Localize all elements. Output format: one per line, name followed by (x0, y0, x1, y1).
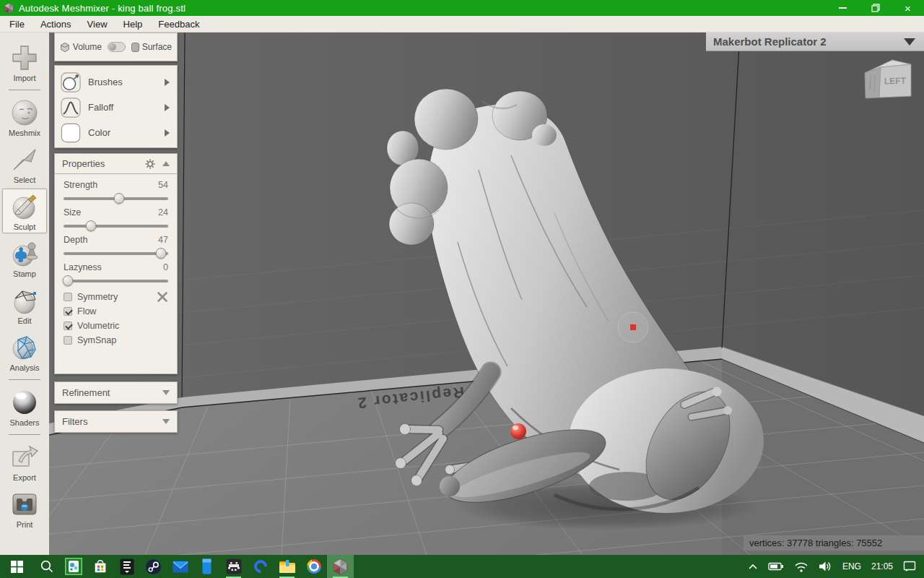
restore-button[interactable] (859, 0, 892, 16)
flow-checkbox-row[interactable]: Flow (64, 304, 168, 319)
main-toolbar: Import Meshmix Select (0, 33, 49, 555)
toolbar-print[interactable]: Print (2, 486, 47, 531)
toolbar-shaders[interactable]: Shaders (2, 384, 47, 429)
strength-slider[interactable] (64, 197, 168, 200)
toolbar-select[interactable]: Select (2, 142, 47, 186)
printer-name: Makerbot Replicator 2 (706, 35, 904, 48)
start-button[interactable] (0, 555, 33, 578)
close-button[interactable]: × (892, 0, 924, 16)
volumetric-checkbox[interactable] (64, 322, 72, 330)
taskbar-microsoft-store[interactable] (87, 555, 113, 578)
print-3d-icon (9, 489, 40, 519)
tray-language[interactable]: ENG (837, 555, 866, 578)
tray-chevron-up[interactable] (743, 555, 763, 578)
menu-feedback[interactable]: Feedback (150, 16, 207, 33)
symsnap-checkbox[interactable] (64, 336, 72, 345)
search-icon (40, 559, 54, 574)
symmetry-tools-icon[interactable] (157, 291, 168, 303)
stamp-icon (9, 238, 40, 269)
search-button[interactable] (33, 555, 60, 578)
taskbar-steam[interactable] (140, 555, 167, 578)
printer-selector[interactable]: Makerbot Replicator 2 (706, 33, 924, 51)
flow-checkbox[interactable] (64, 307, 72, 316)
depth-value: 47 (158, 235, 168, 245)
toolbar-edit[interactable]: Edit (2, 282, 47, 327)
tray-wifi[interactable] (789, 555, 814, 578)
slider-knob[interactable] (62, 275, 73, 286)
expand-arrow-icon[interactable] (162, 419, 170, 424)
brushes-row[interactable]: Brushes (61, 69, 171, 95)
size-slider[interactable] (64, 225, 168, 228)
falloff-row[interactable]: Falloff (61, 95, 171, 120)
filters-panel[interactable]: Filters (54, 410, 178, 433)
slider-knob[interactable] (85, 220, 96, 231)
minimize-button[interactable] (827, 0, 859, 16)
volume-cube-icon (60, 41, 70, 53)
taskbar-space-invaders-game[interactable] (220, 555, 247, 578)
taskbar-mail[interactable] (167, 555, 193, 578)
toolbar-stamp[interactable]: Stamp (2, 236, 47, 280)
toolbar-meshmix[interactable]: Meshmix (2, 95, 47, 139)
tray-battery[interactable] (763, 555, 789, 578)
menu-actions[interactable]: Actions (32, 16, 79, 33)
size-value: 24 (158, 207, 168, 217)
meshmixer-taskbar-icon (332, 558, 349, 575)
tray-clock[interactable]: 21:05 (866, 555, 898, 578)
window-title: Autodesk Meshmixer - king ball frog.stl (19, 3, 186, 14)
tray-action-center[interactable] (898, 555, 921, 578)
minimize-icon (839, 7, 847, 9)
windows-taskbar: ENG 21:05 (0, 555, 924, 578)
menu-bar: File Actions View Help Feedback (0, 16, 924, 33)
symsnap-checkbox-row[interactable]: SymSnap (64, 333, 168, 348)
toolbar-sculpt[interactable]: Sculpt (2, 189, 47, 233)
wifi-icon (794, 561, 808, 572)
taskbar-meshmixer[interactable] (327, 555, 354, 578)
taskbar-chrome[interactable] (300, 555, 327, 578)
toolbar-export[interactable]: Export (2, 439, 47, 484)
speaker-icon (819, 561, 832, 572)
slider-knob[interactable] (155, 248, 166, 259)
system-tray: ENG 21:05 (743, 555, 924, 578)
lazyness-slider[interactable] (64, 280, 168, 282)
select-arrow-icon (9, 144, 40, 175)
menu-file[interactable]: File (1, 16, 32, 33)
lazyness-value: 0 (163, 262, 168, 272)
gear-icon[interactable] (145, 159, 155, 169)
view-cube[interactable]: LEFT (859, 54, 915, 105)
expand-arrow-icon[interactable] (162, 390, 170, 395)
color-swatch-icon (61, 123, 81, 143)
toolbar-analysis[interactable]: Analysis (2, 329, 47, 374)
slider-knob[interactable] (113, 193, 124, 204)
edit-wireframe-icon (9, 285, 40, 316)
mail-icon (173, 561, 188, 573)
surface-label: Surface (142, 42, 172, 52)
paint-3d-icon (65, 558, 82, 575)
depth-slider[interactable] (64, 252, 168, 255)
expand-arrow-icon (165, 129, 170, 137)
symmetry-checkbox-row[interactable]: Symmetry (64, 290, 168, 304)
taskbar-file-explorer[interactable] (274, 555, 300, 578)
import-plus-icon (9, 43, 40, 73)
depth-slider-group: Depth47 (64, 235, 168, 255)
taskbar-paint-3d[interactable] (60, 555, 87, 578)
3d-viewport[interactable]: Makerbot Replicator 2 (49, 33, 924, 555)
switch-knob (109, 43, 116, 51)
color-row[interactable]: Color (61, 120, 171, 145)
menu-help[interactable]: Help (116, 16, 151, 33)
taskbar-epic-games[interactable] (113, 555, 140, 578)
filters-title: Filters (62, 416, 155, 427)
taskbar-your-phone[interactable] (193, 555, 220, 578)
close-icon: × (905, 3, 911, 14)
volumetric-checkbox-row[interactable]: Volumetric (64, 319, 168, 333)
action-center-icon (903, 561, 916, 572)
symmetry-checkbox[interactable] (64, 293, 72, 301)
refinement-panel[interactable]: Refinement (54, 381, 178, 404)
pivot-red-sphere[interactable] (510, 423, 526, 439)
surface-square-icon (131, 43, 139, 52)
volume-surface-switch[interactable] (108, 42, 126, 52)
menu-view[interactable]: View (79, 16, 116, 33)
toolbar-import[interactable]: Import (2, 40, 47, 85)
collapse-arrow-icon[interactable] (162, 161, 170, 166)
tray-speaker[interactable] (814, 555, 837, 578)
taskbar-clipchamp[interactable] (247, 555, 274, 578)
